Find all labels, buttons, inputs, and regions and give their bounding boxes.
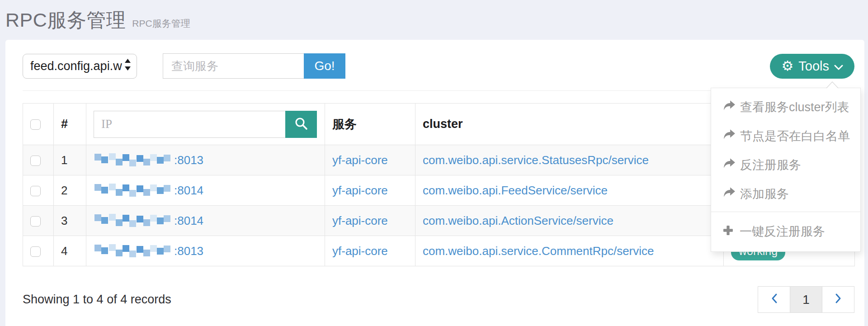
gear-icon: ⚙: [781, 59, 793, 73]
row-checkbox[interactable]: [30, 246, 41, 257]
service-link[interactable]: yf-api-core: [332, 153, 388, 167]
tools-button-label: Tools: [798, 59, 829, 74]
menu-item-add-service[interactable]: 添加服务: [711, 180, 860, 208]
row-index: 4: [54, 236, 86, 266]
cluster-column-header: cluster: [415, 104, 724, 145]
go-button[interactable]: Go!: [304, 53, 345, 79]
pagination-page-1-button[interactable]: 1: [790, 286, 822, 313]
ip-link[interactable]: :8014: [174, 184, 203, 197]
pagination-prev-button[interactable]: [758, 286, 790, 313]
menu-item-view-cluster-list[interactable]: 查看服务cluster列表: [711, 93, 860, 122]
forward-arrow-icon: [723, 187, 736, 202]
service-search-input[interactable]: [163, 53, 304, 79]
tools-button[interactable]: ⚙ Tools: [770, 54, 854, 79]
ip-link[interactable]: :8013: [174, 153, 203, 167]
menu-item-label: 反注册服务: [740, 157, 801, 173]
page-title: RPC服务管理: [5, 7, 126, 33]
redacted-ip: [94, 152, 174, 168]
ip-link[interactable]: :8014: [174, 214, 203, 227]
service-link[interactable]: yf-api-core: [332, 244, 388, 258]
select-all-checkbox[interactable]: [30, 119, 41, 130]
cluster-link[interactable]: com.weibo.api.service.CommentRpc/service: [423, 244, 654, 258]
menu-item-label: 添加服务: [740, 186, 789, 202]
row-checkbox[interactable]: [30, 216, 41, 227]
cluster-link[interactable]: com.weibo.api.service.StatusesRpc/servic…: [423, 153, 649, 167]
forward-arrow-icon: [723, 158, 736, 173]
plus-icon: [723, 225, 733, 239]
row-index: 1: [54, 145, 86, 175]
forward-arrow-icon: [723, 129, 736, 144]
pagination: 1: [758, 286, 854, 313]
menu-item-one-click-unregister[interactable]: 一键反注册服务: [711, 215, 860, 248]
menu-item-label: 查看服务cluster列表: [740, 99, 849, 115]
table-footer: Showing 1 to 4 of 4 records 1: [23, 286, 854, 313]
service-group-select[interactable]: feed.config.api.w: [23, 54, 137, 79]
chevron-left-icon: [771, 293, 778, 307]
ip-filter: [94, 111, 317, 138]
page-header: RPC服务管理 RPC服务管理: [0, 0, 868, 40]
menu-divider: [711, 212, 860, 212]
menu-item-label: 节点是否在白白名单: [740, 128, 850, 144]
pagination-next-button[interactable]: [822, 286, 854, 313]
toolbar: feed.config.api.w Go! ⚙ Tools: [23, 53, 854, 79]
redacted-ip: [94, 182, 174, 198]
records-summary: Showing 1 to 4 of 4 records: [23, 293, 171, 307]
service-column-header: 服务: [325, 104, 415, 145]
menu-item-node-whitelist[interactable]: 节点是否在白白名单: [711, 122, 860, 151]
chevron-right-icon: [835, 293, 842, 307]
search-icon: [294, 117, 308, 132]
index-column-header: #: [54, 104, 86, 145]
service-link[interactable]: yf-api-core: [332, 214, 388, 227]
ip-search-button[interactable]: [285, 111, 317, 138]
service-group-select-value: feed.config.api.w: [30, 59, 122, 73]
cluster-link[interactable]: com.weibo.api.FeedService/service: [423, 184, 608, 197]
forward-arrow-icon: [723, 100, 736, 115]
row-index: 3: [54, 206, 86, 236]
row-index: 2: [54, 175, 86, 206]
redacted-ip: [94, 213, 174, 229]
chevron-down-icon: [834, 59, 843, 74]
service-search-group: Go!: [163, 53, 345, 79]
page-subtitle: RPC服务管理: [132, 17, 190, 30]
menu-item-label: 一键反注册服务: [740, 223, 825, 240]
ip-filter-input[interactable]: [94, 111, 285, 138]
select-caret-icon: [124, 59, 131, 74]
ip-link[interactable]: :8013: [174, 244, 203, 258]
row-checkbox[interactable]: [30, 156, 41, 166]
tools-dropdown-menu: 查看服务cluster列表 节点是否在白白名单 反注册服务 添加服务 一键反注册…: [711, 88, 861, 252]
row-checkbox[interactable]: [30, 186, 41, 196]
redacted-ip: [94, 243, 174, 259]
cluster-link[interactable]: com.weibo.api.ActionService/service: [423, 214, 613, 227]
service-link[interactable]: yf-api-core: [332, 184, 388, 197]
menu-item-unregister-service[interactable]: 反注册服务: [711, 151, 860, 180]
